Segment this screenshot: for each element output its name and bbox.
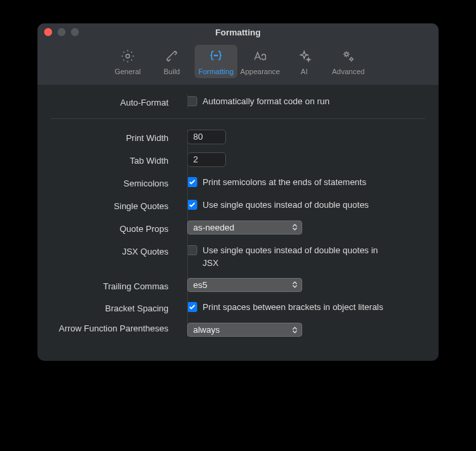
bracket-spacing-label: Bracket Spacing <box>51 300 178 315</box>
arrow-parens-select[interactable]: always <box>187 323 302 337</box>
select-value: es5 <box>193 280 207 290</box>
preferences-tabs: General Build Formatting Appearance AI <box>37 41 439 85</box>
svg-point-3 <box>217 55 217 56</box>
trailing-commas-select[interactable]: es5 <box>187 278 302 292</box>
tab-width-label: Tab Width <box>51 152 178 167</box>
window-controls <box>44 28 79 36</box>
bracket-spacing-desc: Print spaces between brackets in object … <box>203 300 383 314</box>
tab-label: Formatting <box>199 67 234 76</box>
bracket-spacing-checkbox[interactable] <box>187 302 197 312</box>
semicolons-desc: Print semicolons at the ends of statemen… <box>203 175 366 189</box>
select-arrows-icon <box>292 281 298 288</box>
tab-general[interactable]: General <box>106 45 149 78</box>
trailing-commas-label: Trailing Commas <box>51 278 178 293</box>
tab-build[interactable]: Build <box>150 45 193 78</box>
auto-format-checkbox[interactable] <box>187 96 197 106</box>
window-title: Formatting <box>37 27 439 37</box>
jsx-quotes-checkbox[interactable] <box>187 245 197 255</box>
tab-appearance[interactable]: Appearance <box>239 45 281 78</box>
select-arrows-icon <box>292 224 298 231</box>
titlebar: Formatting <box>37 23 439 41</box>
tools-icon <box>164 49 180 65</box>
content-area: Auto-Format Automatically format code on… <box>37 85 439 361</box>
print-width-label: Print Width <box>51 130 178 144</box>
select-value: always <box>193 325 220 335</box>
tab-label: Advanced <box>332 67 365 76</box>
auto-format-label: Auto-Format <box>51 94 178 109</box>
single-quotes-desc: Use single quotes instead of double quot… <box>203 198 369 212</box>
select-arrows-icon <box>292 327 298 333</box>
braces-icon <box>208 49 224 65</box>
typography-icon <box>252 49 268 65</box>
tab-ai[interactable]: AI <box>283 45 326 78</box>
semicolons-label: Semicolons <box>51 175 178 190</box>
single-quotes-label: Single Quotes <box>51 198 178 212</box>
svg-point-1 <box>215 55 215 56</box>
tab-label: Appearance <box>240 67 279 76</box>
gear-icon <box>120 49 136 65</box>
tab-width-input[interactable] <box>187 152 226 167</box>
tab-formatting[interactable]: Formatting <box>195 45 237 78</box>
sparkle-icon <box>296 49 312 65</box>
zoom-button[interactable] <box>71 28 79 36</box>
svg-point-2 <box>215 55 216 56</box>
section-divider <box>51 118 425 119</box>
tab-label: Build <box>164 67 180 76</box>
tab-label: General <box>114 67 140 76</box>
select-value: as-needed <box>193 222 234 233</box>
auto-format-desc: Automatically format code on run <box>203 94 330 108</box>
svg-point-5 <box>350 58 353 61</box>
preferences-window: Formatting General Build Formatting Appe… <box>37 23 439 361</box>
jsx-quotes-desc: Use single quotes instead of double quot… <box>203 243 390 270</box>
semicolons-checkbox[interactable] <box>187 177 197 187</box>
close-button[interactable] <box>44 28 52 36</box>
gears-icon <box>340 49 356 65</box>
jsx-quotes-label: JSX Quotes <box>51 243 178 258</box>
tab-label: AI <box>301 67 308 76</box>
quote-props-label: Quote Props <box>51 220 178 235</box>
svg-point-4 <box>345 53 348 56</box>
svg-point-0 <box>126 54 130 58</box>
single-quotes-checkbox[interactable] <box>187 200 197 210</box>
tab-advanced[interactable]: Advanced <box>327 45 370 78</box>
arrow-parens-label: Arrow Function Parentheses <box>51 323 178 335</box>
minimize-button[interactable] <box>57 28 66 36</box>
print-width-input[interactable] <box>187 130 226 144</box>
quote-props-select[interactable]: as-needed <box>187 220 302 235</box>
